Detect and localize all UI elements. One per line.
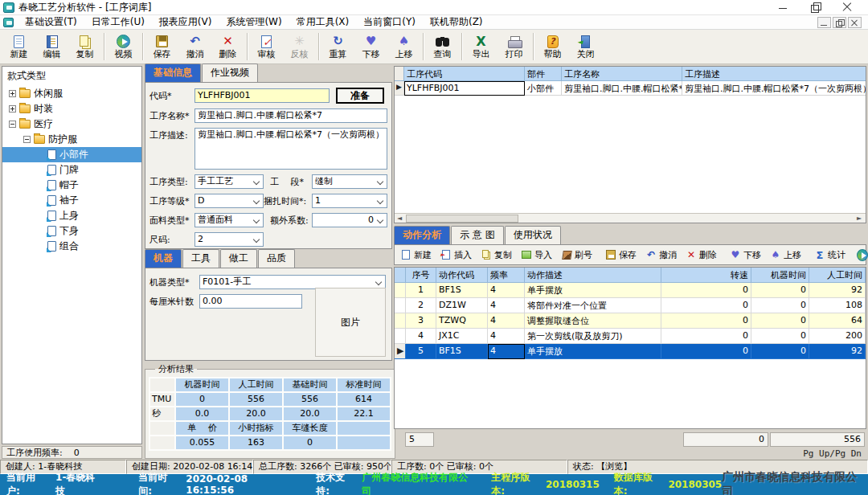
expand-icon[interactable] xyxy=(9,105,16,112)
toolbar-button-audit[interactable]: 审核 xyxy=(250,31,283,63)
toolbar-button-move-up[interactable]: 上移 xyxy=(387,31,420,63)
play-video-icon xyxy=(857,249,868,261)
menu-item-basic-settings[interactable]: 基础设置(T) xyxy=(18,15,84,29)
col-frequency[interactable]: 频率 xyxy=(488,268,525,283)
scrollbar-thumb[interactable] xyxy=(406,215,518,223)
action-button-move-up[interactable]: 上移 xyxy=(766,246,805,264)
toolbar-button-export[interactable]: 导出 xyxy=(465,31,497,63)
process-desc-input[interactable]: 剪里袖口.脚口.中腰.帽口松紧*7（一次剪两根） xyxy=(194,128,387,170)
toolbar-button-undo[interactable]: 撤消 xyxy=(178,31,211,63)
action-button-renumber[interactable]: 刷号 xyxy=(557,246,596,264)
child-restore-icon[interactable] xyxy=(833,17,846,28)
child-minimize-icon[interactable] xyxy=(817,17,831,28)
process-name-input[interactable]: 剪里袖口.脚口.中腰.帽口松紧*7 xyxy=(194,108,387,123)
tab-work-video[interactable]: 作业视频 xyxy=(202,63,258,82)
col-standard-time: 标准时间 xyxy=(338,378,390,391)
tab-basic-info[interactable]: 基础信息 xyxy=(145,63,201,82)
action-button-new[interactable]: 新建 xyxy=(396,246,436,264)
tree-item-casual-wear[interactable]: 休闲服 xyxy=(2,86,141,101)
tab-action-analysis[interactable]: 动作分析 xyxy=(394,226,450,244)
action-button-insert[interactable]: 插入 xyxy=(436,246,476,264)
horizontal-scrollbar[interactable]: ◄ ► xyxy=(395,213,866,223)
action-button-delete[interactable]: 删除 xyxy=(682,246,721,264)
scroll-right-icon[interactable]: ► xyxy=(854,215,864,223)
toolbar-button-recalculate[interactable]: 重算 xyxy=(321,31,354,63)
toolbar-button-new[interactable]: 新建 xyxy=(2,31,35,63)
tree-item-combination[interactable]: 组合 xyxy=(2,239,141,254)
tab-workmanship[interactable]: 做工 xyxy=(220,249,257,268)
toolbar-button-copy[interactable]: 复制 xyxy=(68,31,101,63)
collapse-icon[interactable] xyxy=(9,121,16,128)
action-button-statistics[interactable]: 统计 xyxy=(810,246,850,264)
window-title: 春晓工艺分析软件 - [工序词库] xyxy=(18,1,151,14)
toolbar-button-video[interactable]: 视频 xyxy=(107,31,140,63)
menu-item-reports[interactable]: 报表应用(V) xyxy=(152,15,219,29)
col-action-code[interactable]: 动作代码 xyxy=(436,268,488,283)
action-button-import[interactable]: 导入 xyxy=(517,246,556,264)
col-part[interactable]: 部件 xyxy=(525,67,562,81)
stage-select[interactable]: 缝制 xyxy=(312,174,387,189)
tab-quality[interactable]: 品质 xyxy=(258,249,295,268)
process-type-select[interactable]: 手工工艺 xyxy=(194,174,264,189)
col-action-desc[interactable]: 动作描述 xyxy=(525,268,661,283)
restore-icon[interactable] xyxy=(810,2,821,13)
tree-item-protective-clothing[interactable]: 防护服 xyxy=(2,132,141,147)
col-process-code[interactable]: 工序代码 xyxy=(404,67,525,81)
toolbar-separator xyxy=(423,33,424,60)
size-select[interactable]: 2 xyxy=(194,232,264,247)
process-grade-select[interactable]: D xyxy=(194,194,264,208)
col-process-desc[interactable]: 工序描述 xyxy=(682,67,866,81)
cell-process-name[interactable]: 剪里袖口.脚口.中腰.帽口松紧*7 xyxy=(562,81,682,96)
col-machine-time[interactable]: 机器时间 xyxy=(751,268,809,283)
col-labor-time[interactable]: 人工时间 xyxy=(809,268,866,283)
ready-button[interactable]: 准备 xyxy=(336,88,384,104)
child-close-icon[interactable] xyxy=(848,17,862,28)
toolbar-button-edit[interactable]: 编辑 xyxy=(35,31,68,63)
tree-item-lower-body[interactable]: 下身 xyxy=(2,223,141,239)
close-icon[interactable] xyxy=(842,2,854,13)
fabric-type-select[interactable]: 普通面料 xyxy=(194,213,264,227)
tree-item-upper-body[interactable]: 上身 xyxy=(2,208,141,223)
expand-icon[interactable] xyxy=(9,90,16,97)
tab-machine[interactable]: 机器 xyxy=(145,249,182,268)
menu-item-online-help[interactable]: 联机帮助(Z) xyxy=(423,15,490,29)
tree-item-fashion[interactable]: 时装 xyxy=(2,101,141,117)
menu-item-system-admin[interactable]: 系统管理(W) xyxy=(219,15,289,29)
toolbar-button-help[interactable]: 帮助 xyxy=(536,31,569,63)
cell-process-code[interactable]: YLFHFBJ001 xyxy=(404,81,525,96)
action-button-copy[interactable]: 复制 xyxy=(477,246,516,264)
tree-item-medical[interactable]: 医疗 xyxy=(2,117,141,132)
cell-part[interactable]: 小部件 xyxy=(525,81,562,96)
stitch-count-input[interactable]: 0.00 xyxy=(199,294,302,309)
tab-tool[interactable]: 工具 xyxy=(182,249,219,268)
action-button-move-down[interactable]: 下移 xyxy=(726,246,765,264)
tree-item-small-parts[interactable]: 小部件 xyxy=(2,147,141,162)
action-button-play-video[interactable] xyxy=(853,246,868,264)
toolbar-button-save[interactable]: 保存 xyxy=(145,31,178,63)
col-seq[interactable]: 序号 xyxy=(406,268,436,283)
col-process-name[interactable]: 工序名称 xyxy=(562,67,682,81)
col-speed[interactable]: 转速 xyxy=(661,268,751,283)
toolbar-button-close[interactable]: 关闭 xyxy=(569,31,602,63)
minimize-icon[interactable] xyxy=(778,2,789,13)
toolbar-button-move-down[interactable]: 下移 xyxy=(354,31,387,63)
cell-process-desc[interactable]: 剪里袖口.脚口.中腰.帽口松紧*7（一次剪两根） xyxy=(682,81,866,96)
extra-factor-select[interactable]: 0 xyxy=(312,213,387,227)
tab-usage-status[interactable]: 使用状况 xyxy=(505,226,561,244)
toolbar-button-query[interactable]: 查询 xyxy=(426,31,459,63)
tab-schematic[interactable]: 示 意 图 xyxy=(451,226,504,244)
toolbar-button-delete[interactable]: 删除 xyxy=(211,31,244,63)
code-input[interactable]: YLFHFBJ001 xyxy=(194,88,330,103)
action-button-save[interactable]: 保存 xyxy=(601,246,641,264)
menu-item-current-window[interactable]: 当前窗口(Y) xyxy=(356,15,423,29)
bundle-time-select[interactable]: 1 xyxy=(312,194,387,208)
scroll-left-icon[interactable]: ◄ xyxy=(395,215,404,223)
menu-item-common-tools[interactable]: 常用工具(X) xyxy=(289,15,357,29)
action-button-undo[interactable]: 撤消 xyxy=(641,246,681,264)
collapse-icon[interactable] xyxy=(23,136,31,143)
toolbar-button-print[interactable]: 打印 xyxy=(497,31,530,63)
tree-item-hat[interactable]: 帽子 xyxy=(2,178,141,193)
tree-item-door-tag[interactable]: 门牌 xyxy=(2,162,141,178)
tree-item-sleeve[interactable]: 袖子 xyxy=(2,193,141,208)
menu-item-daily-work[interactable]: 日常工作(U) xyxy=(84,15,152,29)
